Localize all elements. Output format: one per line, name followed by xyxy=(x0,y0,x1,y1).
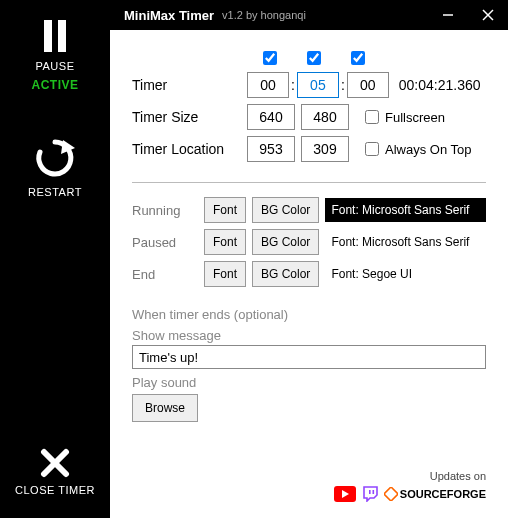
close-icon xyxy=(482,9,494,21)
ontop-option[interactable]: Always On Top xyxy=(361,139,471,159)
running-label: Running xyxy=(132,203,204,218)
sourceforge-link[interactable]: SOURCEFORGE xyxy=(384,487,486,501)
size-height-input[interactable] xyxy=(301,104,349,130)
time-unit-checks xyxy=(247,48,486,68)
end-font-button[interactable]: Font xyxy=(204,261,246,287)
timer-hours-input[interactable] xyxy=(247,72,289,98)
fullscreen-checkbox[interactable] xyxy=(365,110,379,124)
end-font-display: Font: Segoe UI xyxy=(325,262,486,286)
timer-row: Timer : : 00:04:21.360 xyxy=(132,72,486,98)
location-y-input[interactable] xyxy=(301,136,349,162)
app-title: MiniMax Timer xyxy=(124,8,214,23)
window-minimize-button[interactable] xyxy=(428,0,468,30)
svg-rect-12 xyxy=(384,487,398,501)
timer-minutes-input[interactable] xyxy=(297,72,339,98)
paused-row: Paused Font BG Color Font: Microsoft San… xyxy=(132,229,486,255)
seconds-checkbox[interactable] xyxy=(351,51,365,65)
pause-icon xyxy=(40,18,70,54)
svg-rect-1 xyxy=(58,20,66,52)
hours-checkbox[interactable] xyxy=(263,51,277,65)
paused-font-display: Font: Microsoft Sans Serif xyxy=(325,230,486,254)
timer-label: Timer xyxy=(132,77,247,93)
ontop-checkbox[interactable] xyxy=(365,142,379,156)
pause-button[interactable]: PAUSE ACTIVE xyxy=(31,18,78,92)
close-icon xyxy=(40,448,70,478)
running-row: Running Font BG Color Font: Microsoft Sa… xyxy=(132,197,486,223)
titlebar: MiniMax Timer v1.2 by honganqi xyxy=(110,0,508,30)
running-font-display: Font: Microsoft Sans Serif xyxy=(325,198,486,222)
play-sound-label: Play sound xyxy=(132,375,486,390)
sidebar: PAUSE ACTIVE RESTART CLOSE TIMER xyxy=(0,0,110,518)
fullscreen-option[interactable]: Fullscreen xyxy=(361,107,445,127)
restart-label: RESTART xyxy=(28,186,82,198)
restart-icon xyxy=(33,136,77,180)
end-row: End Font BG Color Font: Segoe UI xyxy=(132,261,486,287)
paused-font-button[interactable]: Font xyxy=(204,229,246,255)
pause-label: PAUSE xyxy=(36,60,75,72)
svg-rect-11 xyxy=(372,490,374,494)
paused-label: Paused xyxy=(132,235,204,250)
show-message-label: Show message xyxy=(132,328,486,343)
elapsed-time: 00:04:21.360 xyxy=(399,77,481,93)
size-label: Timer Size xyxy=(132,109,247,125)
twitch-icon[interactable] xyxy=(362,486,378,502)
running-font-button[interactable]: Font xyxy=(204,197,246,223)
paused-bgcolor-button[interactable]: BG Color xyxy=(252,229,319,255)
sourceforge-icon xyxy=(384,487,398,501)
timer-seconds-input[interactable] xyxy=(347,72,389,98)
footer: Updates on SOURCEFORGE xyxy=(132,470,486,508)
minimize-icon xyxy=(442,9,454,21)
location-x-input[interactable] xyxy=(247,136,295,162)
active-label: ACTIVE xyxy=(31,78,78,92)
main-panel: MiniMax Timer v1.2 by honganqi Timer : :… xyxy=(110,0,508,518)
end-message-input[interactable] xyxy=(132,345,486,369)
close-label: CLOSE TIMER xyxy=(15,484,95,496)
minutes-checkbox[interactable] xyxy=(307,51,321,65)
content: Timer : : 00:04:21.360 Timer Size Fullsc… xyxy=(110,30,508,518)
window-close-button[interactable] xyxy=(468,0,508,30)
end-bgcolor-button[interactable]: BG Color xyxy=(252,261,319,287)
browse-sound-button[interactable]: Browse xyxy=(132,394,198,422)
youtube-icon[interactable] xyxy=(334,486,356,502)
separator xyxy=(132,182,486,183)
size-width-input[interactable] xyxy=(247,104,295,130)
size-row: Timer Size Fullscreen xyxy=(132,104,486,130)
app-version: v1.2 by honganqi xyxy=(222,9,306,21)
updates-label: Updates on xyxy=(132,470,486,482)
location-label: Timer Location xyxy=(132,141,247,157)
running-bgcolor-button[interactable]: BG Color xyxy=(252,197,319,223)
svg-rect-10 xyxy=(369,490,371,494)
restart-button[interactable]: RESTART xyxy=(28,136,82,198)
end-section-header: When timer ends (optional) xyxy=(132,307,486,322)
end-label: End xyxy=(132,267,204,282)
location-row: Timer Location Always On Top xyxy=(132,136,486,162)
close-timer-button[interactable]: CLOSE TIMER xyxy=(15,448,95,496)
svg-rect-0 xyxy=(44,20,52,52)
